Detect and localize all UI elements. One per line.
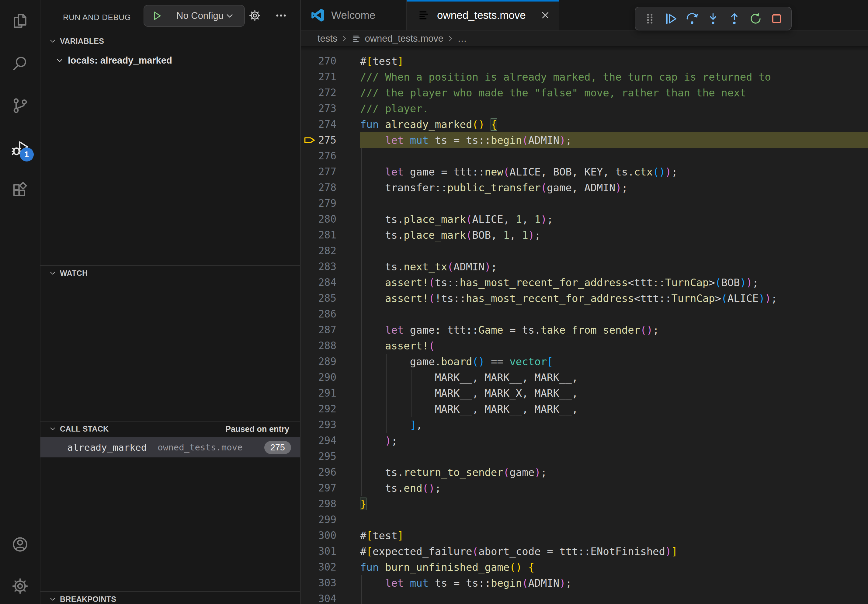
gutter[interactable]: 285: [301, 290, 360, 306]
gutter[interactable]: 297: [301, 480, 360, 496]
gutter[interactable]: 271: [301, 69, 360, 85]
code-line[interactable]: 271/// When a position is already marked…: [301, 69, 868, 85]
code-line[interactable]: 301#[expected_failure(abort_code = ttt::…: [301, 544, 868, 559]
code-line[interactable]: 297 ts.end();: [301, 480, 868, 496]
gutter[interactable]: 295: [301, 449, 360, 465]
code-line[interactable]: 281 ts.place_mark(BOB, 1, 1);: [301, 227, 868, 243]
code-line[interactable]: 282: [301, 243, 868, 259]
section-variables[interactable]: VARIABLES: [40, 34, 300, 48]
step-out-button[interactable]: [726, 10, 743, 27]
toolbar-gripper[interactable]: [641, 10, 659, 27]
code-line[interactable]: 276: [301, 148, 868, 164]
code-line[interactable]: 284 assert!(ts::has_most_recent_for_addr…: [301, 275, 868, 290]
gutter[interactable]: 284: [301, 275, 360, 290]
gutter[interactable]: 273: [301, 101, 360, 116]
gutter[interactable]: 300: [301, 528, 360, 544]
gutter[interactable]: 276: [301, 148, 360, 164]
activity-item-run-and-debug[interactable]: 1: [9, 137, 31, 160]
breadcrumb-item[interactable]: owned_tests.move: [365, 33, 443, 44]
code-line[interactable]: 278 transfer::public_transfer(game, ADMI…: [301, 180, 868, 195]
call-stack-frame[interactable]: already_markedowned_tests.move275: [40, 437, 300, 457]
code-line[interactable]: 300#[test]: [301, 528, 868, 544]
code-line[interactable]: 295: [301, 449, 868, 465]
code-line[interactable]: 304: [301, 591, 868, 604]
code-line[interactable]: 280 ts.place_mark(ALICE, 1, 1);: [301, 211, 868, 227]
gutter[interactable]: 302: [301, 559, 360, 575]
activity-item-explorer[interactable]: [9, 10, 31, 32]
code-line[interactable]: 303 let mut ts = ts::begin(ADMIN);: [301, 575, 868, 591]
code-line[interactable]: 302fun burn_unfinished_game() {: [301, 559, 868, 575]
gutter[interactable]: 292: [301, 401, 360, 417]
code-line[interactable]: 279: [301, 195, 868, 211]
activity-item-account[interactable]: [9, 533, 31, 556]
code-line[interactable]: 290 MARK__, MARK__, MARK__,: [301, 370, 868, 385]
tab-welcome[interactable]: Welcome: [301, 0, 407, 30]
step-over-button[interactable]: [683, 10, 701, 27]
activity-item-extensions[interactable]: [9, 179, 31, 201]
code-line[interactable]: 274fun already_marked() {: [301, 116, 868, 132]
code-line[interactable]: 299: [301, 512, 868, 528]
gutter[interactable]: 304: [301, 591, 360, 604]
gutter[interactable]: 296: [301, 465, 360, 480]
tab-owned-tests-move[interactable]: owned_tests.move: [407, 0, 559, 30]
code-line[interactable]: 288 assert!(: [301, 338, 868, 354]
activity-item-settings[interactable]: [9, 575, 31, 597]
code-line[interactable]: 283 ts.next_tx(ADMIN);: [301, 259, 868, 275]
debug-settings-gear-icon[interactable]: [248, 9, 261, 22]
gutter[interactable]: 294: [301, 433, 360, 449]
gutter[interactable]: 290: [301, 370, 360, 385]
code-line[interactable]: 287 let game: ttt::Game = ts.take_from_s…: [301, 322, 868, 338]
breadcrumb-item[interactable]: …: [457, 33, 467, 44]
code-line[interactable]: 286: [301, 306, 868, 322]
gutter[interactable]: 281: [301, 227, 360, 243]
gutter[interactable]: 274: [301, 116, 360, 132]
gutter[interactable]: 289: [301, 354, 360, 370]
gutter[interactable]: 277: [301, 164, 360, 180]
gutter[interactable]: 280: [301, 211, 360, 227]
gutter[interactable]: 298: [301, 496, 360, 512]
step-into-button[interactable]: [704, 10, 722, 27]
continue-button[interactable]: [662, 10, 680, 27]
code-line[interactable]: 275 let mut ts = ts::begin(ADMIN);: [301, 132, 868, 148]
code-line[interactable]: 292 MARK__, MARK__, MARK__,: [301, 401, 868, 417]
code-line[interactable]: 293 ],: [301, 417, 868, 433]
gutter[interactable]: 282: [301, 243, 360, 259]
close-icon[interactable]: [540, 10, 551, 21]
breadcrumb-item[interactable]: tests: [318, 33, 337, 44]
start-debug-icon[interactable]: [144, 10, 170, 22]
code-line[interactable]: 291 MARK__, MARK_X, MARK__,: [301, 385, 868, 401]
code-line[interactable]: 289 game.board() == vector[: [301, 354, 868, 370]
gutter[interactable]: 275: [301, 132, 360, 148]
variables-scope-row[interactable]: locals: already_marked: [40, 52, 300, 69]
code-line[interactable]: 285 assert!(!ts::has_most_recent_for_add…: [301, 290, 868, 306]
gutter[interactable]: 283: [301, 259, 360, 275]
gutter[interactable]: 301: [301, 544, 360, 559]
code-line[interactable]: 294 );: [301, 433, 868, 449]
gutter[interactable]: 293: [301, 417, 360, 433]
code-line[interactable]: 273/// player.: [301, 101, 868, 116]
gutter[interactable]: 270: [301, 53, 360, 69]
debug-config-dropdown[interactable]: No Configura: [144, 5, 245, 27]
activity-item-source-control[interactable]: [9, 94, 31, 117]
gutter[interactable]: 272: [301, 85, 360, 101]
more-actions-icon[interactable]: [274, 9, 287, 22]
activity-item-search[interactable]: [9, 52, 31, 75]
gutter[interactable]: 288: [301, 338, 360, 354]
chevron-down-icon[interactable]: [225, 11, 235, 21]
section-breakpoints[interactable]: BREAKPOINTS: [40, 592, 300, 604]
gutter[interactable]: 287: [301, 322, 360, 338]
code-line[interactable]: 272/// the player who made the "false" m…: [301, 85, 868, 101]
stop-button[interactable]: [768, 10, 786, 27]
gutter[interactable]: 299: [301, 512, 360, 528]
code-line[interactable]: 296 ts.return_to_sender(game);: [301, 465, 868, 480]
code-line[interactable]: 298}: [301, 496, 868, 512]
code-editor[interactable]: 270#[test]271/// When a position is alre…: [301, 46, 868, 604]
gutter[interactable]: 303: [301, 575, 360, 591]
gutter[interactable]: 279: [301, 195, 360, 211]
gutter[interactable]: 291: [301, 385, 360, 401]
section-watch[interactable]: WATCH: [40, 266, 300, 280]
code-line[interactable]: 270#[test]: [301, 53, 868, 69]
debug-config-label[interactable]: No Configura: [177, 10, 224, 21]
gutter[interactable]: 278: [301, 180, 360, 195]
restart-button[interactable]: [747, 10, 764, 27]
